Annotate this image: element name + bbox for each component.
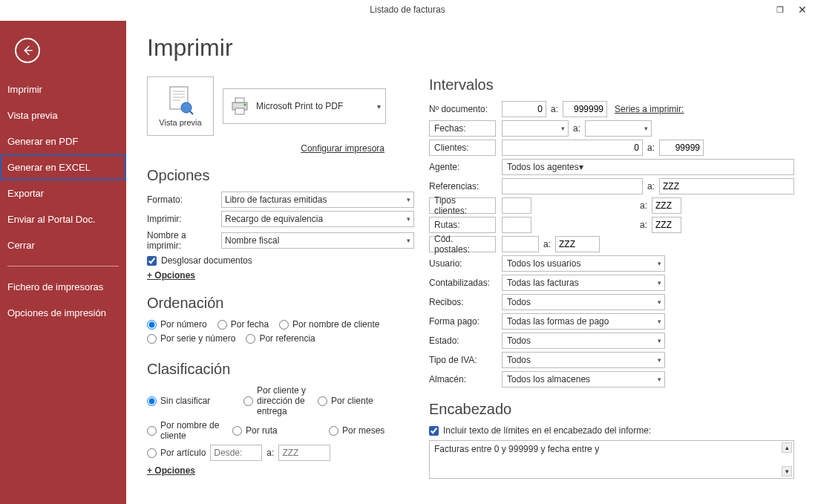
clas-sin-radio[interactable]: Sin clasificar [147,385,243,416]
rutas-button[interactable]: Rutas: [429,217,496,233]
ref-from-input[interactable] [502,178,643,194]
ref-a: a: [647,181,655,192]
maximize-button[interactable]: ❐ [773,3,787,16]
fecha-from-select[interactable]: ▾ [502,120,569,137]
close-button[interactable]: ✕ [796,3,809,16]
chevron-down-icon: ▾ [407,237,410,244]
tiva-select[interactable]: Todos▾ [502,352,665,368]
ord-serie-label: Por serie y número [160,333,235,344]
clientes-to-input[interactable] [659,140,704,156]
almacen-value: Todos los almacenes [507,374,590,384]
clas-articulo-radio[interactable]: Por artículo [147,448,206,458]
articulo-hasta-input[interactable] [278,445,330,461]
sidebar-item-imprimir[interactable]: Imprimir [0,76,126,102]
sidebar-divider [7,266,119,266]
agente-select[interactable]: Todos los agentes▾ [502,159,794,175]
ndoc-to-input[interactable] [563,101,607,117]
ord-serie-radio[interactable]: Por serie y número [147,333,235,344]
usuario-select[interactable]: Todos los usuarios▾ [502,255,665,272]
rutas-to-input[interactable] [652,217,681,233]
document-preview-icon [167,85,194,115]
printer-name: Microsoft Print to PDF [256,101,343,111]
fpago-select[interactable]: Todas las formas de pago▾ [502,313,665,330]
nombre-select[interactable]: Nombre fiscal▾ [221,232,414,249]
fechas-button[interactable]: Fechas: [429,120,496,137]
rutas-a: a: [640,220,647,230]
tipos-from-input[interactable] [502,197,531,214]
sidebar-item-pdf[interactable]: Generar en PDF [0,128,126,154]
usuario-label: Usuario: [429,258,502,269]
svg-point-1 [181,102,192,113]
cp-from-input[interactable] [502,236,539,252]
ord-nombre-label: Por nombre de cliente [292,319,379,330]
sidebar-item-cerrar[interactable]: Cerrar [0,232,126,258]
ref-to-input[interactable] [659,178,794,194]
tipos-to-input[interactable] [652,197,681,214]
ord-numero-radio[interactable]: Por número [147,319,207,330]
sidebar-item-fichero[interactable]: Fichero de impresoras [0,274,126,300]
clas-nombre-radio[interactable]: Por nombre de cliente [147,420,232,441]
vista-previa-button[interactable]: Vista previa [147,76,214,136]
recibos-value: Todos [507,297,531,307]
rutas-from-input[interactable] [502,217,531,233]
ordenacion-heading: Ordenación [147,295,414,312]
clas-meses-radio[interactable]: Por meses [329,420,414,441]
clasificacion-plus-link[interactable]: + Opciones [147,465,195,476]
chevron-down-icon: ▾ [561,125,565,132]
contab-select[interactable]: Todas las facturas▾ [502,275,665,291]
desglosar-checkbox[interactable]: Desglosar documentos [147,255,414,266]
ord-fecha-radio[interactable]: Por fecha [217,319,269,330]
ord-ref-radio[interactable]: Por referencia [246,333,315,344]
titlebar: Listado de facturas ❐ ✕ [0,0,815,21]
ord-fecha-label: Por fecha [231,319,269,330]
sidebar-item-opciones[interactable]: Opciones de impresión [0,300,126,326]
back-button[interactable] [15,38,40,63]
printer-select[interactable]: Microsoft Print to PDF ▾ [223,88,386,124]
imprimir-select[interactable]: Recargo de equivalencia▾ [221,211,414,227]
agente-label: Agente: [429,162,502,172]
encabezado-textarea[interactable]: Facturas entre 0 y 999999 y fecha entre … [429,440,794,479]
ndoc-from-input[interactable] [502,101,546,117]
ndoc-a: a: [551,104,558,114]
clas-clidir-radio[interactable]: Por cliente y dirección de entrega [243,385,318,416]
sidebar-item-exportar[interactable]: Exportar [0,180,126,206]
contab-label: Contabilizadas: [429,278,502,288]
formato-select[interactable]: Libro de facturas emitidas▾ [221,192,414,208]
estado-label: Estado: [429,336,502,346]
imprimir-value: Recargo de equivalencia [225,214,323,224]
series-link[interactable]: Series a imprimir: [615,104,684,114]
page-title: Imprimir [147,34,794,62]
sidebar-item-vista-previa[interactable]: Vista previa [0,102,126,128]
tipos-button[interactable]: Tipos clientes: [429,197,496,214]
clientes-button[interactable]: Clientes: [429,140,496,156]
configure-printer-link[interactable]: Configurar impresora [147,143,384,154]
clientes-from-input[interactable] [502,140,643,156]
almacen-select[interactable]: Todos los almacenes▾ [502,371,665,387]
scroll-up-button[interactable]: ▴ [782,442,792,453]
cp-to-input[interactable] [555,236,600,252]
clasificacion-heading: Clasificación [147,361,414,378]
chevron-down-icon: ▾ [658,260,661,267]
estado-select[interactable]: Todos▾ [502,333,665,349]
clas-ruta-label: Por ruta [246,425,278,436]
sidebar-item-portal[interactable]: Enviar al Portal Doc. [0,206,126,232]
recibos-select[interactable]: Todos▾ [502,294,665,310]
chevron-down-icon: ▾ [658,376,661,383]
incluir-limites-checkbox[interactable]: Incluir texto de límites en el encabezad… [429,425,794,436]
sidebar-item-excel[interactable]: Generar en EXCEL [0,154,126,180]
arrow-left-icon [21,44,34,57]
articulo-desde-input[interactable] [210,445,262,461]
fecha-to-select[interactable]: ▾ [585,120,652,137]
clas-cliente-radio[interactable]: Por cliente [318,385,414,416]
ord-nombre-radio[interactable]: Por nombre de cliente [279,319,379,330]
chevron-down-icon: ▾ [579,162,583,172]
fpago-label: Forma pago: [429,316,502,327]
clas-nombre-label: Por nombre de cliente [160,420,232,441]
tiva-value: Todos [507,355,531,365]
cp-button[interactable]: Cód. postales: [429,236,496,252]
opciones-plus-link[interactable]: + Opciones [147,270,195,281]
scroll-down-button[interactable]: ▾ [782,466,792,477]
ref-label: Referencias: [429,181,502,192]
clas-ruta-radio[interactable]: Por ruta [232,420,329,441]
printer-icon [229,96,250,116]
